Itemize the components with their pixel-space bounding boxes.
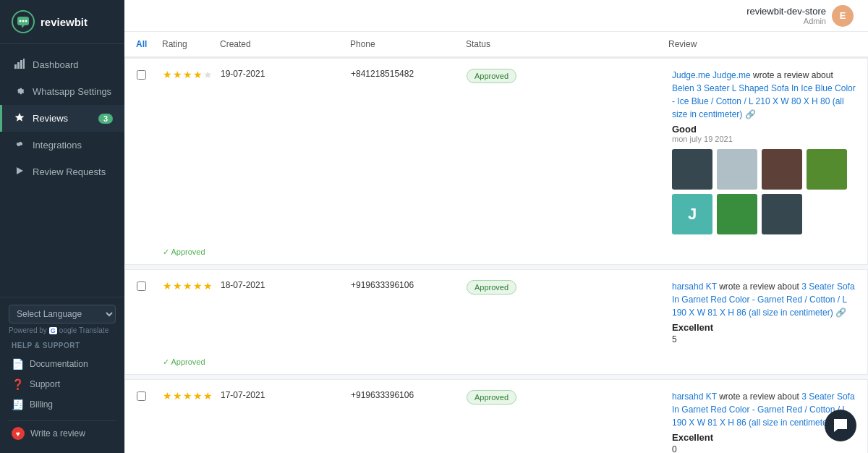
logo-text: reviewbit xyxy=(41,16,88,28)
svg-point-2 xyxy=(22,20,25,22)
table-row: ★ ★ ★ ★ ★ 18-07-2021 +919633396106 Appro… xyxy=(125,270,867,355)
row2-review-text: harsahd KT wrote a review about 3 Seater… xyxy=(672,280,856,319)
sidebar-item-reviews[interactable]: Reviews 3 xyxy=(0,105,124,132)
row2-reviewer-link[interactable]: harsahd KT xyxy=(672,281,717,292)
review-image-4 xyxy=(807,149,847,190)
content-area: All Rating Created Phone Status Review ★… xyxy=(124,32,868,453)
row2-review-score: 5 xyxy=(672,334,856,344)
row2-footer-status: ✓ Approved xyxy=(163,357,205,367)
row3-reviewer-link[interactable]: harsahd KT xyxy=(672,391,717,402)
sidebar-item-dashboard[interactable]: Dashboard xyxy=(0,51,124,78)
sidebar-item-whatsapp[interactable]: Whatsapp Settings xyxy=(0,78,124,105)
row1-review-date: mon july 19 2021 xyxy=(672,135,856,143)
sidebar-label-integrations: Integrations xyxy=(33,140,82,151)
svg-rect-5 xyxy=(17,62,20,69)
main-content: reviewbit-dev-store Admin E All Rating C… xyxy=(124,0,868,453)
row2-footer: ✓ Approved xyxy=(125,355,867,374)
receipt-icon: 🧾 xyxy=(12,399,24,410)
row1-review: Judge.me Judge.me wrote a review about B… xyxy=(669,69,856,234)
sidebar-bottom: Select Language Powered by G oogle Trans… xyxy=(0,297,124,453)
sidebar-label-dashboard: Dashboard xyxy=(33,59,79,70)
row3-phone: +919633396106 xyxy=(351,390,467,400)
star-icon xyxy=(14,112,25,124)
help-support-title: HELP & SUPPORT xyxy=(9,342,116,350)
sidebar-link-support[interactable]: ❓ Support xyxy=(9,374,116,394)
sidebar-link-documentation[interactable]: 📄 Documentation xyxy=(9,354,116,374)
svg-rect-7 xyxy=(23,59,25,69)
row1-rating: ★ ★ ★ ★ ★ xyxy=(163,69,221,80)
row3-checkbox[interactable] xyxy=(137,391,146,401)
row1-footer: ✓ Approved xyxy=(125,245,867,264)
row1-review-text: Judge.me Judge.me wrote a review about B… xyxy=(672,69,856,121)
nav-items: Dashboard Whatsapp Settings Reviews 3 xyxy=(0,44,124,297)
col-rating: Rating xyxy=(162,39,220,49)
sidebar: reviewbit Dashboard Whatsapp Settings xyxy=(0,0,124,453)
write-review-button[interactable]: ♥ Write a review xyxy=(9,420,116,446)
col-all[interactable]: All xyxy=(136,39,162,49)
sidebar-label-review-requests: Review Requests xyxy=(33,166,106,177)
review-image-6 xyxy=(762,194,802,234)
play-icon xyxy=(14,166,25,178)
svg-marker-8 xyxy=(15,113,25,122)
row2-review: harsahd KT wrote a review about 3 Seater… xyxy=(669,280,856,344)
row3-review-score: 0 xyxy=(672,444,856,453)
user-info: reviewbit-dev-store Admin E xyxy=(746,5,854,27)
row2-checkbox[interactable] xyxy=(137,281,146,291)
row1-status-col: Approved xyxy=(467,69,582,83)
row2-phone: +919633396106 xyxy=(351,280,467,290)
topbar: reviewbit-dev-store Admin E xyxy=(124,0,868,32)
row1-date: 19-07-2021 xyxy=(221,69,351,79)
reviews-badge: 3 xyxy=(98,114,113,124)
row2-status-col: Approved xyxy=(467,280,582,295)
review-image-5 xyxy=(717,194,757,234)
svg-rect-4 xyxy=(14,64,17,69)
col-review: Review xyxy=(668,39,856,49)
review-image-j: J xyxy=(672,194,712,234)
row1-product-link[interactable]: Belen 3 Seater L Shaped Sofa In Ice Blue… xyxy=(672,83,856,119)
row2-status-badge: Approved xyxy=(467,280,516,295)
review-card-3: ★ ★ ★ ★ ★ 17-07-2021 +919633396106 Appro… xyxy=(124,379,868,453)
user-details: reviewbit-dev-store Admin xyxy=(746,6,826,25)
google-logo: G xyxy=(49,327,57,334)
language-select[interactable]: Select Language xyxy=(9,305,116,323)
sidebar-item-integrations[interactable]: Integrations xyxy=(0,132,124,158)
svg-rect-6 xyxy=(20,60,22,69)
logo-icon xyxy=(12,10,35,33)
heart-icon: ♥ xyxy=(12,427,25,440)
chat-bubble[interactable] xyxy=(825,410,856,441)
svg-point-3 xyxy=(25,20,27,22)
table-row: ★ ★ ★ ★ ★ 19-07-2021 +841218515482 Appro… xyxy=(125,59,867,245)
row1-checkbox[interactable] xyxy=(137,70,146,80)
row2-date: 18-07-2021 xyxy=(221,280,351,290)
review-card-1: ★ ★ ★ ★ ★ 19-07-2021 +841218515482 Appro… xyxy=(124,58,868,265)
sidebar-link-billing[interactable]: 🧾 Billing xyxy=(9,394,116,415)
gear-icon xyxy=(14,85,25,98)
user-avatar: E xyxy=(832,5,854,27)
table-header: All Rating Created Phone Status Review xyxy=(124,32,868,58)
row3-checkbox-col xyxy=(137,390,163,403)
question-icon: ❓ xyxy=(12,378,24,390)
sidebar-label-whatsapp: Whatsapp Settings xyxy=(33,86,111,97)
row1-images: J xyxy=(672,149,856,234)
col-created: Created xyxy=(220,39,350,49)
table-row: ★ ★ ★ ★ ★ 17-07-2021 +919633396106 Appro… xyxy=(125,380,867,453)
row3-status-col: Approved xyxy=(467,390,582,405)
row3-status-badge: Approved xyxy=(467,390,516,405)
row2-checkbox-col xyxy=(137,280,163,293)
review-card-2: ★ ★ ★ ★ ★ 18-07-2021 +919633396106 Appro… xyxy=(124,269,868,375)
row1-reviewer-link[interactable]: Judge.me Judge.me xyxy=(672,70,751,80)
row2-rating: ★ ★ ★ ★ ★ xyxy=(163,280,221,292)
logo-area: reviewbit xyxy=(0,0,124,44)
row1-review-bold: Good xyxy=(672,124,856,135)
svg-point-1 xyxy=(20,20,22,22)
row3-date: 17-07-2021 xyxy=(221,390,351,400)
powered-by: Powered by G oogle Translate xyxy=(9,326,116,334)
bar-chart-icon xyxy=(14,59,25,71)
review-image-1 xyxy=(672,149,712,190)
link-icon xyxy=(14,139,25,151)
row3-rating: ★ ★ ★ ★ ★ xyxy=(163,390,221,402)
sidebar-item-review-requests[interactable]: Review Requests xyxy=(0,158,124,185)
col-status: Status xyxy=(466,39,582,49)
col-phone: Phone xyxy=(350,39,466,49)
row1-footer-status: ✓ Approved xyxy=(163,247,205,257)
